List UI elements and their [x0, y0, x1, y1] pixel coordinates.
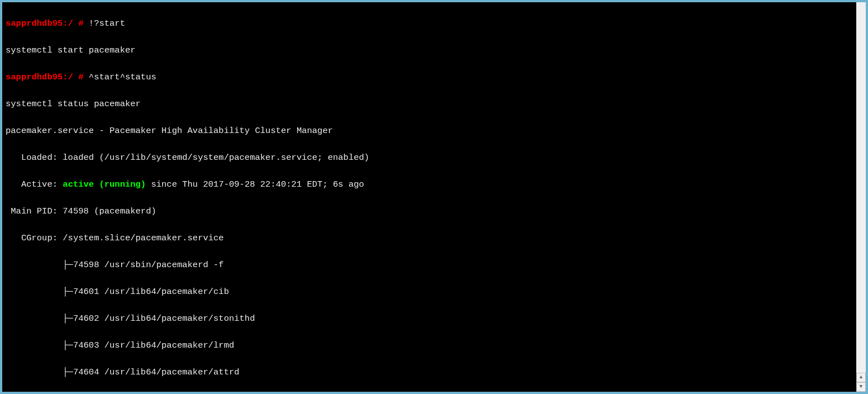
cmd2-expanded: systemctl status pacemaker	[6, 97, 852, 111]
terminal-window: sapprdhdb95:/ # !?start systemctl start …	[2, 2, 866, 392]
status-active-suffix: since Thu 2017-09-28 22:40:21 EDT; 6s ag…	[146, 179, 364, 189]
status-header: pacemaker.service - Pacemaker High Avail…	[6, 124, 852, 137]
prompt-line-1: sapprdhdb95:/ # !?start	[6, 17, 852, 30]
prompt-path: :/	[63, 18, 73, 29]
cmd2-input: ^start^status	[89, 72, 156, 82]
prompt-line-2: sapprdhdb95:/ # ^start^status	[6, 70, 852, 84]
prompt-path: :/	[63, 72, 73, 82]
terminal-content[interactable]: sapprdhdb95:/ # !?start systemctl start …	[2, 2, 856, 392]
proc-line: ├─74601 /usr/lib64/pacemaker/cib	[6, 285, 852, 298]
prompt-hash: #	[73, 18, 89, 29]
proc-line: ├─74603 /usr/lib64/pacemaker/lrmd	[6, 339, 852, 352]
scrollbar-up-button[interactable]: ▲	[856, 373, 866, 382]
scrollbar-down-button[interactable]: ▼	[856, 382, 866, 392]
status-active-prefix: Active:	[6, 179, 63, 189]
vertical-scrollbar[interactable]: ▲ ▼	[856, 2, 866, 392]
proc-line: ├─74598 /usr/sbin/pacemakerd -f	[6, 258, 852, 272]
status-mainpid: Main PID: 74598 (pacemakerd)	[6, 205, 852, 218]
scrollbar-track[interactable]	[856, 2, 866, 373]
status-loaded: Loaded: loaded (/usr/lib/systemd/system/…	[6, 151, 852, 164]
prompt-hash: #	[73, 72, 89, 82]
prompt-host: sapprdhdb95	[6, 72, 63, 82]
status-active-status: active (running)	[63, 179, 146, 189]
status-cgroup: CGroup: /system.slice/pacemaker.service	[6, 231, 852, 245]
proc-line: ├─74604 /usr/lib64/pacemaker/attrd	[6, 365, 852, 379]
cmd1-input: !?start	[89, 18, 125, 29]
proc-line: ├─74602 /usr/lib64/pacemaker/stonithd	[6, 312, 852, 325]
status-active-line: Active: active (running) since Thu 2017-…	[6, 178, 852, 191]
prompt-host: sapprdhdb95	[6, 18, 63, 29]
cmd1-expanded: systemctl start pacemaker	[6, 44, 852, 57]
